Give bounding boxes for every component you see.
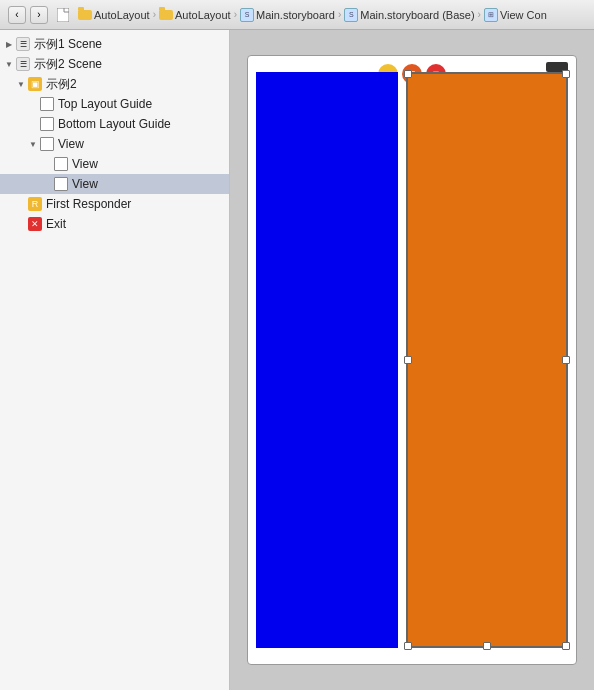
nav-back-button[interactable]: ‹ — [8, 6, 26, 24]
device-frame: ⊡ □ — [247, 55, 577, 665]
layout-guide-icon — [40, 97, 54, 111]
svg-rect-0 — [57, 8, 69, 22]
breadcrumb-autolayout2[interactable]: AutoLayout — [159, 9, 231, 21]
breadcrumb-main-storyboard[interactable]: S Main.storyboard — [240, 8, 335, 22]
toolbar: ‹ › AutoLayout › AutoLayout › S Main.sto… — [0, 0, 594, 30]
canvas-area: ⊡ □ — [230, 30, 594, 690]
disclosure-scene1[interactable] — [4, 39, 14, 49]
sidebar-item-scene2[interactable]: ☰ 示例2 Scene — [0, 54, 229, 74]
disclosure-scene2[interactable] — [4, 59, 14, 69]
storyboard-icon: S — [240, 8, 254, 22]
orange-view[interactable] — [406, 72, 568, 648]
breadcrumb-view-con[interactable]: ⊞ View Con — [484, 8, 547, 22]
scene-icon: ☰ — [16, 37, 30, 51]
handle-bottom-right[interactable] — [562, 642, 570, 650]
handle-bottom-left[interactable] — [404, 642, 412, 650]
layout-guide-icon-2 — [40, 117, 54, 131]
view-child1-icon — [54, 157, 68, 171]
view-parent-icon — [40, 137, 54, 151]
scene2-icon: ☰ — [16, 57, 30, 71]
sidebar-item-example2[interactable]: ▣ 示例2 — [0, 74, 229, 94]
toolbar-file-icon — [56, 8, 70, 22]
storyboard-base-icon: S — [344, 8, 358, 22]
handle-top-right[interactable] — [562, 70, 570, 78]
handle-mid-right[interactable] — [562, 356, 570, 364]
folder-icon — [78, 10, 92, 20]
disclosure-view-parent[interactable] — [28, 139, 38, 149]
sidebar-item-view-child1[interactable]: View — [0, 154, 229, 174]
responder-icon: R — [28, 197, 42, 211]
sidebar-item-first-responder[interactable]: R First Responder — [0, 194, 229, 214]
view-controller-icon: ▣ — [28, 77, 42, 91]
handle-mid-left[interactable] — [404, 356, 412, 364]
sidebar-item-exit[interactable]: ✕ Exit — [0, 214, 229, 234]
exit-icon: ✕ — [28, 217, 42, 231]
main-layout: ☰ 示例1 Scene ☰ 示例2 Scene ▣ 示例2 Top Layout… — [0, 30, 594, 690]
sidebar: ☰ 示例1 Scene ☰ 示例2 Scene ▣ 示例2 Top Layout… — [0, 30, 230, 690]
view-child2-icon — [54, 177, 68, 191]
nav-forward-button[interactable]: › — [30, 6, 48, 24]
blue-view[interactable] — [256, 72, 398, 648]
view-con-icon: ⊞ — [484, 8, 498, 22]
handle-bottom-mid[interactable] — [483, 642, 491, 650]
sidebar-item-scene1[interactable]: ☰ 示例1 Scene — [0, 34, 229, 54]
folder-icon — [159, 10, 173, 20]
breadcrumb-main-storyboard-base[interactable]: S Main.storyboard (Base) — [344, 8, 474, 22]
sidebar-item-view-child2[interactable]: View — [0, 174, 229, 194]
device-content — [248, 56, 576, 664]
sidebar-item-view-parent[interactable]: View — [0, 134, 229, 154]
breadcrumb-autolayout1[interactable]: AutoLayout — [78, 9, 150, 21]
disclosure-example2[interactable] — [16, 79, 26, 89]
storyboard-canvas: ⊡ □ — [230, 30, 594, 690]
breadcrumb: AutoLayout › AutoLayout › S Main.storybo… — [78, 8, 586, 22]
sidebar-item-bottom-layout-guide[interactable]: Bottom Layout Guide — [0, 114, 229, 134]
sidebar-item-top-layout-guide[interactable]: Top Layout Guide — [0, 94, 229, 114]
handle-top-left[interactable] — [404, 70, 412, 78]
